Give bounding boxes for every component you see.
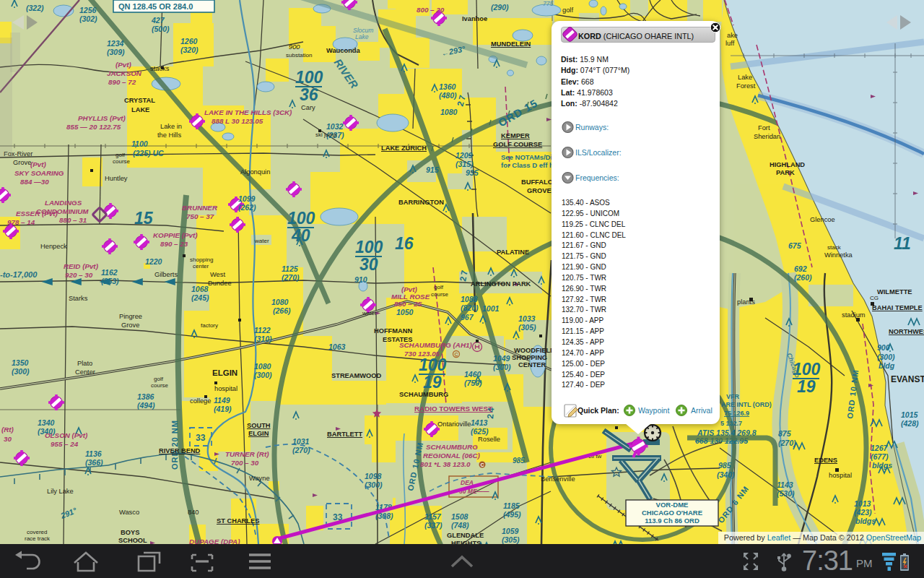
svg-text:36: 36	[300, 85, 318, 104]
svg-text:CHICAGO O'HARE: CHICAGO O'HARE	[642, 509, 702, 517]
svg-text:840: 840	[188, 509, 199, 516]
svg-text:Ontarioville: Ontarioville	[437, 420, 471, 428]
svg-text:1157: 1157	[424, 512, 442, 521]
svg-text:(Pvt): (Pvt)	[116, 61, 131, 69]
svg-text:1063: 1063	[328, 342, 346, 351]
svg-text:1080: 1080	[440, 108, 458, 116]
svg-text:SOUTH: SOUTH	[247, 422, 271, 429]
svg-text:BAHAI TEMPLE: BAHAI TEMPLE	[872, 304, 923, 311]
svg-text:(300): (300)	[493, 363, 511, 371]
svg-text:985: 985	[718, 461, 731, 470]
svg-text:1099: 1099	[238, 194, 256, 203]
svg-text:1162: 1162	[101, 268, 118, 277]
svg-text:1136: 1136	[85, 449, 102, 458]
svg-text:Lake in: Lake in	[160, 123, 182, 130]
svg-text:EVANST: EVANST	[891, 374, 924, 384]
svg-text:Glencoe: Glencoe	[810, 216, 835, 223]
svg-text:(300): (300)	[12, 367, 30, 376]
svg-text:VFR: VFR	[726, 393, 740, 400]
svg-text:730 123.05: 730 123.05	[404, 350, 440, 358]
svg-text:1059: 1059	[502, 527, 519, 535]
svg-text:19: 19	[797, 377, 816, 396]
svg-text:1185: 1185	[503, 501, 520, 510]
svg-text:Fort: Fort	[758, 124, 770, 131]
svg-text:REGIONAL (06C): REGIONAL (06C)	[423, 452, 480, 460]
svg-text:(315): (315)	[456, 160, 474, 168]
svg-text:955 – 24: 955 – 24	[51, 440, 79, 448]
svg-text:Winnetka: Winnetka	[824, 251, 853, 259]
svg-text:CONDOMINIUM: CONDOMINIUM	[36, 207, 89, 215]
svg-text:KEMPER: KEMPER	[501, 132, 530, 139]
svg-text:(366): (366)	[85, 458, 103, 467]
svg-text:ORD 20 NM: ORD 20 NM	[170, 420, 179, 470]
svg-text:course: course	[113, 158, 131, 165]
svg-text:race track: race track	[25, 535, 51, 542]
svg-text:C: C	[455, 352, 458, 357]
svg-text:675: 675	[788, 241, 801, 250]
svg-text:Lake: Lake	[355, 33, 369, 40]
svg-text:1049: 1049	[493, 354, 510, 363]
svg-text:ESTATES: ESTATES	[383, 336, 413, 343]
svg-text:33: 33	[196, 433, 206, 443]
svg-text:900: 900	[877, 343, 890, 352]
svg-text:1234: 1234	[107, 39, 124, 48]
svg-text:Cary: Cary	[301, 104, 315, 111]
svg-text:ARLINGTON PARK: ARLINGTON PARK	[471, 280, 531, 288]
svg-text:Gilberts: Gilberts	[154, 271, 178, 278]
svg-text:JACKSON: JACKSON	[107, 69, 142, 77]
svg-text:LAKE: LAKE	[131, 106, 149, 113]
svg-text:(480): (480)	[439, 91, 457, 100]
svg-text:LANDINGS: LANDINGS	[45, 199, 82, 207]
svg-text:GROVE: GROVE	[527, 187, 552, 194]
svg-text:19: 19	[423, 373, 442, 392]
svg-text:ski jump: ski jump	[315, 131, 337, 138]
svg-text:SCHAUMBURG: SCHAUMBURG	[399, 391, 448, 398]
svg-text:(305): (305)	[518, 323, 536, 332]
svg-text:1122: 1122	[254, 326, 271, 335]
svg-text:bldg: bldg	[879, 361, 895, 370]
svg-text:100: 100	[295, 68, 323, 87]
svg-text:(225) UC: (225) UC	[133, 149, 164, 158]
svg-text:ELGIN: ELGIN	[212, 368, 237, 377]
svg-text:884 —30: 884 —30	[20, 178, 49, 186]
svg-text:100: 100	[419, 355, 447, 374]
svg-text:WOODFIELD: WOODFIELD	[514, 347, 555, 354]
svg-text:PALATINE: PALATINE	[497, 249, 529, 256]
svg-text:Starks: Starks	[69, 295, 88, 302]
svg-text:855 — 20 122.75: 855 — 20 122.75	[66, 123, 121, 131]
svg-text:(260): (260)	[794, 273, 812, 282]
svg-text:1050: 1050	[396, 308, 414, 316]
svg-text:1209: 1209	[456, 151, 473, 160]
svg-text:890 – 72: 890 – 72	[108, 78, 136, 86]
svg-text:BUFFALO: BUFFALO	[521, 178, 553, 186]
svg-text:800 – 20: 800 – 20	[417, 6, 445, 14]
svg-text:(419): (419)	[214, 405, 232, 413]
svg-text:(750): (750)	[464, 379, 482, 387]
svg-text:(Pvt): (Pvt)	[30, 160, 46, 168]
svg-text:(337): (337)	[424, 521, 443, 530]
svg-text:1413: 1413	[471, 418, 488, 427]
svg-text:11: 11	[894, 234, 911, 253]
svg-text:SKY SOARING: SKY SOARING	[14, 169, 64, 177]
svg-text:40: 40	[291, 226, 310, 245]
svg-text:college: college	[190, 397, 211, 405]
svg-text:(262): (262)	[238, 203, 256, 212]
svg-text:1350: 1350	[12, 358, 29, 367]
svg-text:801 *L 38 123.0: 801 *L 38 123.0	[420, 460, 471, 468]
svg-text:775: 775	[543, 0, 553, 7]
svg-text:1386: 1386	[137, 392, 154, 401]
svg-text:KOPPIE (Pvt): KOPPIE (Pvt)	[153, 231, 198, 239]
svg-text:center: center	[193, 263, 209, 269]
svg-text:NORTHWEST: NORTHWEST	[889, 328, 924, 335]
svg-text:880 – 31: 880 – 31	[59, 216, 87, 224]
svg-text:ELGIN: ELGIN	[248, 430, 269, 437]
svg-text:SCHOOL: SCHOOL	[118, 537, 147, 544]
svg-text:CENTER: CENTER	[518, 361, 546, 368]
svg-text:1267: 1267	[871, 444, 889, 452]
svg-text:(266): (266)	[273, 306, 291, 315]
svg-text:substation: substation	[286, 52, 312, 59]
svg-text:PHYLLIS (Pvt): PHYLLIS (Pvt)	[78, 114, 126, 122]
svg-text:LAKE IN THE HILLS (3CK): LAKE IN THE HILLS (3CK)	[204, 108, 292, 116]
svg-text:TURNER (Rt): TURNER (Rt)	[225, 450, 269, 458]
svg-text:1015: 1015	[901, 410, 918, 419]
